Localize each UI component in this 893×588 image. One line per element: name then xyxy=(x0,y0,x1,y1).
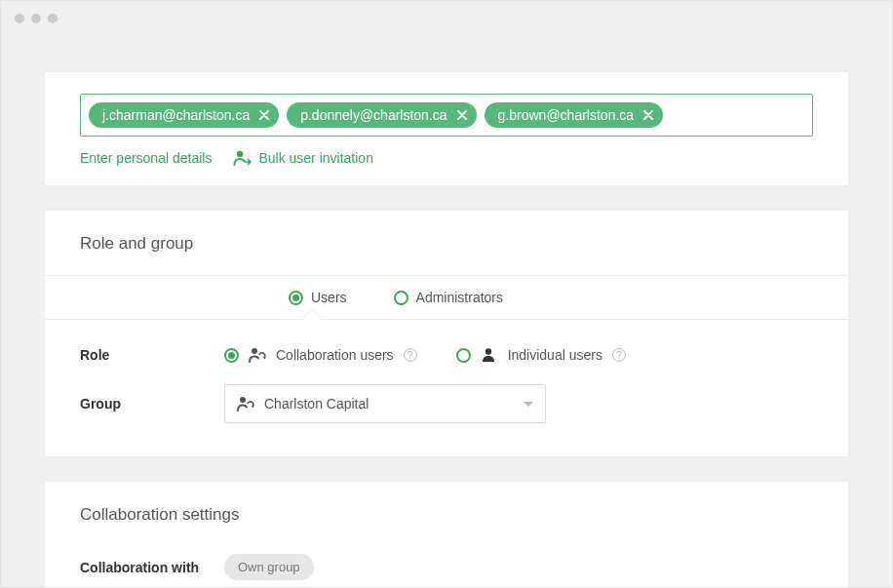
collaboration-settings-title: Collaboration settings xyxy=(45,482,848,546)
individual-users-icon xyxy=(481,347,498,363)
window-dot xyxy=(48,14,58,23)
role-group-tabs: Users Administrators xyxy=(45,275,848,320)
window-dot xyxy=(15,14,24,23)
role-individual-label: Individual users xyxy=(508,347,602,363)
tab-active-pointer xyxy=(302,308,322,328)
tab-users-label: Users xyxy=(311,290,347,305)
own-group-label: Own group xyxy=(238,560,300,574)
role-and-group-title: Role and group xyxy=(45,211,848,275)
help-icon[interactable]: ? xyxy=(404,348,417,362)
remove-chip-icon[interactable] xyxy=(455,108,469,122)
bulk-invite-icon xyxy=(233,150,252,166)
role-row: Role Collaboration users xyxy=(45,347,848,363)
own-group-toggle[interactable]: Own group xyxy=(224,554,314,580)
invite-emails-card: j.charman@charlston.ca p.donnely@charlst… xyxy=(44,71,849,186)
group-selected-value: Charlston Capital xyxy=(264,396,369,412)
help-icon[interactable]: ? xyxy=(612,348,626,362)
collaboration-with-row: Collaboration with Own group xyxy=(45,554,848,580)
svg-point-0 xyxy=(237,151,243,157)
collaboration-with-label: Collaboration with xyxy=(80,560,224,575)
invite-email-input[interactable]: j.charman@charlston.ca p.donnely@charlst… xyxy=(80,94,813,137)
radio-unselected-icon xyxy=(456,348,471,363)
svg-point-2 xyxy=(485,348,490,354)
remove-chip-icon[interactable] xyxy=(257,108,271,122)
window-dot xyxy=(31,14,41,23)
invite-links-row: Enter personal details Bulk user invitat… xyxy=(80,150,813,166)
svg-point-3 xyxy=(240,397,246,403)
group-row: Group Charlston Capital xyxy=(45,384,848,423)
email-chip-text: g.brown@charlston.ca xyxy=(498,107,635,123)
window-titlebar xyxy=(1,1,892,36)
role-option-collaboration[interactable]: Collaboration users ? xyxy=(224,347,417,363)
email-chip: p.donnely@charlston.ca xyxy=(287,102,476,128)
enter-personal-details-link[interactable]: Enter personal details xyxy=(80,150,212,166)
tab-users[interactable]: Users xyxy=(289,290,347,305)
chevron-down-icon xyxy=(524,402,533,407)
svg-point-1 xyxy=(252,348,257,354)
tab-administrators[interactable]: Administrators xyxy=(394,290,503,305)
email-chip: g.brown@charlston.ca xyxy=(485,102,664,128)
role-collab-label: Collaboration users xyxy=(276,347,394,363)
collaboration-users-icon xyxy=(249,347,266,363)
bulk-invite-label: Bulk user invitation xyxy=(258,150,373,166)
group-select[interactable]: Charlston Capital xyxy=(224,384,546,423)
email-chip: j.charman@charlston.ca xyxy=(89,102,279,128)
group-icon xyxy=(237,396,254,412)
bulk-user-invitation-link[interactable]: Bulk user invitation xyxy=(233,150,373,166)
role-option-individual[interactable]: Individual users ? xyxy=(456,347,626,363)
window-frame: j.charman@charlston.ca p.donnely@charlst… xyxy=(0,0,893,588)
radio-selected-icon xyxy=(289,291,303,305)
radio-selected-icon xyxy=(224,348,239,363)
role-and-group-card: Role and group Users Administrators Role xyxy=(44,210,849,457)
remove-chip-icon[interactable] xyxy=(641,108,655,122)
email-chip-text: p.donnely@charlston.ca xyxy=(300,107,446,123)
collaboration-settings-card: Collaboration settings Collaboration wit… xyxy=(44,481,849,587)
radio-unselected-icon xyxy=(394,291,408,305)
role-options: Collaboration users ? Individual users xyxy=(224,347,626,363)
tab-admins-label: Administrators xyxy=(416,290,503,305)
group-label: Group xyxy=(80,396,224,412)
content-scroll-area: j.charman@charlston.ca p.donnely@charlst… xyxy=(1,36,892,587)
email-chip-text: j.charman@charlston.ca xyxy=(102,107,250,123)
role-label: Role xyxy=(80,347,224,363)
